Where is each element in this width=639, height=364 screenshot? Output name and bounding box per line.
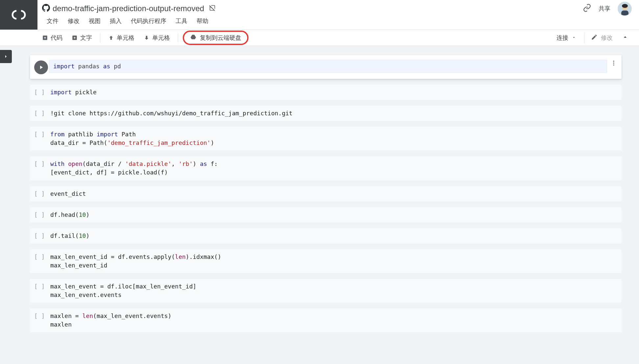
collapse-toolbar-button[interactable] bbox=[617, 32, 633, 44]
arrow-down-icon bbox=[144, 35, 150, 41]
title-row: demo-traffic-jam-prediction-output-remov… bbox=[37, 0, 639, 15]
link-icon[interactable] bbox=[583, 4, 591, 13]
code-cell[interactable]: [ ]df.tail(10) bbox=[30, 228, 622, 243]
edit-label: 修改 bbox=[601, 34, 613, 42]
header-right: demo-traffic-jam-prediction-output-remov… bbox=[37, 0, 639, 30]
header-actions: 共享 bbox=[583, 2, 639, 16]
add-code-label: 代码 bbox=[51, 34, 62, 42]
plus-icon bbox=[72, 35, 78, 41]
code-cell[interactable]: [ ]!git clone https://github.com/wshuyi/… bbox=[30, 106, 622, 121]
code-content[interactable]: df.head(10) bbox=[49, 211, 622, 219]
code-content[interactable]: event_dict bbox=[49, 190, 622, 198]
cell-gutter[interactable]: [ ] bbox=[30, 312, 49, 319]
menu-item[interactable]: 文件 bbox=[42, 16, 63, 26]
code-editor[interactable]: import pandas as pd bbox=[49, 60, 607, 73]
menu-item[interactable]: 工具 bbox=[171, 16, 192, 26]
github-icon bbox=[42, 4, 50, 13]
code-content[interactable]: !git clone https://github.com/wshuyi/dem… bbox=[49, 109, 622, 118]
drive-icon bbox=[190, 34, 197, 41]
cells-pane: import pandas as pd[ ]import pickle[ ]!g… bbox=[8, 46, 639, 364]
menu-bar: 文件修改视图插入代码执行程序工具帮助 bbox=[37, 15, 639, 27]
code-cell[interactable]: [ ]event_dict bbox=[30, 186, 622, 201]
run-cell-button[interactable] bbox=[34, 60, 48, 74]
chevron-down-icon bbox=[572, 34, 576, 41]
svg-point-3 bbox=[622, 4, 628, 8]
menu-item[interactable]: 帮助 bbox=[192, 16, 213, 26]
code-cell[interactable]: import pandas as pd bbox=[30, 55, 622, 79]
code-content[interactable]: maxlen = len(max_len_event.events)maxlen bbox=[49, 312, 622, 329]
code-cell[interactable]: [ ]df.head(10) bbox=[30, 207, 622, 222]
arrow-up-icon bbox=[108, 35, 114, 41]
pencil-icon bbox=[591, 34, 598, 42]
divider bbox=[178, 33, 178, 42]
code-content[interactable]: df.tail(10) bbox=[49, 232, 622, 240]
code-cell[interactable]: [ ]max_len_event_id = df.events.apply(le… bbox=[30, 249, 622, 273]
code-cell[interactable]: [ ]maxlen = len(max_len_event.events)max… bbox=[30, 308, 622, 332]
menu-item[interactable]: 代码执行程序 bbox=[126, 16, 171, 26]
add-text-label: 文字 bbox=[80, 34, 92, 42]
toolbar-left: 代码 文字 单元格 单元格 复制到云端硬盘 bbox=[0, 31, 248, 45]
edit-button[interactable]: 修改 bbox=[584, 33, 616, 43]
connect-label: 连接 bbox=[556, 34, 568, 42]
move-up-label: 单元格 bbox=[117, 34, 134, 42]
code-content[interactable]: from pathlib import Pathdata_dir = Path(… bbox=[49, 130, 622, 147]
cell-gutter[interactable]: [ ] bbox=[30, 130, 49, 138]
cell-gutter[interactable]: [ ] bbox=[30, 88, 49, 96]
cell-gutter[interactable]: [ ] bbox=[30, 160, 49, 167]
menu-item[interactable]: 修改 bbox=[63, 16, 84, 26]
code-cell[interactable]: [ ]with open(data_dir / 'data.pickle', '… bbox=[30, 156, 622, 180]
header: demo-traffic-jam-prediction-output-remov… bbox=[0, 0, 639, 30]
connect-button[interactable]: 连接 bbox=[553, 33, 580, 43]
move-cell-down-button[interactable]: 单元格 bbox=[139, 32, 175, 44]
menu-item[interactable]: 插入 bbox=[105, 16, 126, 26]
add-code-button[interactable]: 代码 bbox=[37, 32, 67, 44]
copy-to-drive-button[interactable]: 复制到云端硬盘 bbox=[183, 31, 248, 45]
cell-gutter[interactable]: [ ] bbox=[30, 190, 49, 197]
add-text-button[interactable]: 文字 bbox=[67, 32, 97, 44]
colab-logo[interactable] bbox=[0, 0, 37, 30]
cell-gutter[interactable]: [ ] bbox=[30, 253, 49, 260]
cells-container: import pandas as pd[ ]import pickle[ ]!g… bbox=[30, 55, 622, 357]
cell-overflow-menu[interactable] bbox=[610, 60, 617, 68]
code-content[interactable]: import pickle bbox=[49, 88, 622, 97]
toolbar: 代码 文字 单元格 单元格 复制到云端硬盘 连接 修改 bbox=[0, 30, 639, 46]
share-button[interactable]: 共享 bbox=[599, 5, 610, 12]
avatar[interactable] bbox=[618, 2, 632, 16]
code-content[interactable]: max_len_event = df.iloc[max_len_event_id… bbox=[49, 282, 622, 299]
svg-point-8 bbox=[613, 64, 614, 65]
move-down-label: 单元格 bbox=[152, 34, 170, 42]
code-cell[interactable]: [ ]max_len_event = df.iloc[max_len_event… bbox=[30, 279, 622, 303]
changes-not-saved-icon bbox=[209, 4, 216, 13]
cell-gutter[interactable]: [ ] bbox=[30, 282, 49, 290]
code-cell[interactable]: [ ]from pathlib import Pathdata_dir = Pa… bbox=[30, 127, 622, 150]
cell-gutter[interactable]: [ ] bbox=[30, 109, 49, 117]
body: import pandas as pd[ ]import pickle[ ]!g… bbox=[0, 46, 639, 364]
svg-point-6 bbox=[613, 61, 614, 62]
toolbar-right: 连接 修改 bbox=[553, 32, 633, 44]
sidebar-toggle-button[interactable] bbox=[0, 50, 12, 63]
move-cell-up-button[interactable]: 单元格 bbox=[104, 32, 139, 44]
code-content[interactable]: with open(data_dir / 'data.pickle', 'rb'… bbox=[49, 160, 622, 177]
menu-item[interactable]: 视图 bbox=[84, 16, 105, 26]
code-content[interactable]: max_len_event_id = df.events.apply(len).… bbox=[49, 253, 622, 270]
plus-icon bbox=[42, 35, 48, 41]
copy-to-drive-label: 复制到云端硬盘 bbox=[200, 34, 241, 42]
colab-logo-icon bbox=[10, 10, 27, 20]
divider bbox=[100, 33, 100, 42]
code-cell[interactable]: [ ]import pickle bbox=[30, 85, 622, 100]
cell-gutter[interactable]: [ ] bbox=[30, 232, 49, 239]
notebook-title[interactable]: demo-traffic-jam-prediction-output-remov… bbox=[53, 4, 204, 13]
left-rail bbox=[0, 46, 8, 364]
cell-gutter[interactable]: [ ] bbox=[30, 211, 49, 218]
svg-point-7 bbox=[613, 62, 614, 63]
